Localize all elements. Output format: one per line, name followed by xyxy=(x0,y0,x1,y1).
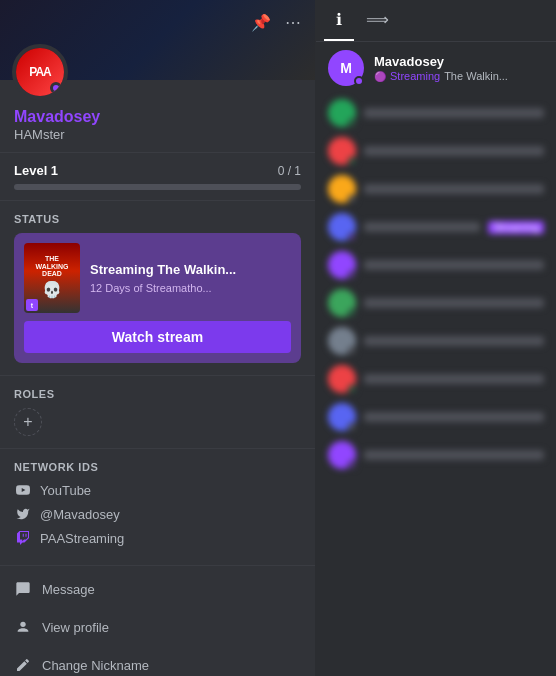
profile-avatar: PAA xyxy=(12,44,68,100)
streaming-title: Streaming The Walkin... xyxy=(90,262,291,279)
avatar xyxy=(328,441,356,469)
status-section-title: Status xyxy=(14,213,301,225)
twitter-value: @Mavadosey xyxy=(40,507,120,522)
level-progress: 0 / 1 xyxy=(278,164,301,178)
featured-status-dot xyxy=(354,76,364,86)
tab-info[interactable]: ℹ xyxy=(324,0,354,41)
svg-point-0 xyxy=(20,622,25,627)
list-item xyxy=(316,360,556,398)
right-panel: ℹ ⟹ M Mavadosey 🟣 Streaming The Walkin..… xyxy=(316,0,556,676)
add-role-button[interactable]: + xyxy=(14,408,42,436)
avatar xyxy=(328,99,356,127)
list-item xyxy=(316,322,556,360)
twitter-icon xyxy=(14,505,32,523)
change-nickname-action[interactable]: Change Nickname xyxy=(0,646,315,676)
featured-avatar: M xyxy=(328,50,364,86)
list-item xyxy=(316,398,556,436)
featured-member: M Mavadosey 🟣 Streaming The Walkin... xyxy=(316,42,556,94)
message-action[interactable]: Message xyxy=(0,570,315,608)
profile-username: Mavadosey xyxy=(14,108,301,126)
pin-icon: 📌 xyxy=(251,13,271,32)
network-item-youtube: YouTube xyxy=(14,481,301,499)
profile-panel: 📌 ⋯ PAA Mavadosey HAMster Level 1 0 / 1 … xyxy=(0,0,315,676)
member-name xyxy=(364,222,480,232)
streaming-card: THEWALKINGDEAD 💀 t Streaming The Walkin.… xyxy=(14,233,301,363)
twitch-icon: t xyxy=(31,302,33,309)
level-label: Level 1 xyxy=(14,163,58,178)
streaming-info: Streaming The Walkin... 12 Days of Strea… xyxy=(90,262,291,294)
featured-status-detail: The Walkin... xyxy=(444,70,508,82)
status-section: Status THEWALKINGDEAD 💀 t Streaming The … xyxy=(0,201,315,376)
member-name xyxy=(364,298,544,308)
game-title-text: THEWALKINGDEAD xyxy=(35,255,68,278)
avatar xyxy=(328,365,356,393)
avatar xyxy=(328,327,356,355)
youtube-value: YouTube xyxy=(40,483,91,498)
view-profile-icon xyxy=(14,618,32,636)
list-icon: ⟹ xyxy=(366,11,389,28)
featured-sub: 🟣 Streaming The Walkin... xyxy=(374,70,544,82)
message-icon xyxy=(14,580,32,598)
avatar xyxy=(328,175,356,203)
streaming-subtitle: 12 Days of Streamatho... xyxy=(90,282,291,294)
profile-info: Mavadosey HAMster xyxy=(0,108,315,153)
list-item xyxy=(316,436,556,474)
list-item xyxy=(316,132,556,170)
network-ids-title: Network IDs xyxy=(14,461,301,473)
twitch-value: PAAStreaming xyxy=(40,531,124,546)
avatar xyxy=(328,251,356,279)
streaming-card-top: THEWALKINGDEAD 💀 t Streaming The Walkin.… xyxy=(24,243,291,313)
member-name xyxy=(364,374,544,384)
view-profile-action[interactable]: View profile xyxy=(0,608,315,646)
list-item xyxy=(316,94,556,132)
avatar xyxy=(328,213,356,241)
network-item-twitch: PAAStreaming xyxy=(14,529,301,547)
featured-name: Mavadosey xyxy=(374,54,544,69)
member-name xyxy=(364,412,544,422)
game-thumbnail: THEWALKINGDEAD 💀 t xyxy=(24,243,80,313)
right-panel-tabs: ℹ ⟹ xyxy=(316,0,556,42)
profile-discriminator: HAMster xyxy=(14,127,301,142)
info-icon: ℹ xyxy=(336,11,342,28)
twitch-network-icon xyxy=(14,529,32,547)
change-nickname-label: Change Nickname xyxy=(42,658,149,673)
network-section: Network IDs YouTube @Mavadosey xyxy=(0,449,315,566)
youtube-icon xyxy=(14,481,32,499)
avatar xyxy=(328,137,356,165)
message-label: Message xyxy=(42,582,95,597)
list-item xyxy=(316,284,556,322)
banner-avatar-area: PAA xyxy=(12,44,68,100)
network-item-twitter: @Mavadosey xyxy=(14,505,301,523)
edit-icon xyxy=(14,656,32,674)
level-bar xyxy=(14,184,301,190)
twitch-watermark: t xyxy=(26,299,38,311)
roles-title: Roles xyxy=(14,388,301,400)
member-name xyxy=(364,184,544,194)
skull-icon: 💀 xyxy=(42,280,62,299)
level-row: Level 1 0 / 1 xyxy=(14,163,301,178)
pin-button[interactable]: 📌 xyxy=(247,8,275,36)
list-item: Streaming xyxy=(316,208,556,246)
more-button[interactable]: ⋯ xyxy=(279,8,307,36)
featured-info: Mavadosey 🟣 Streaming The Walkin... xyxy=(374,54,544,82)
member-name xyxy=(364,450,544,460)
more-icon: ⋯ xyxy=(285,13,301,32)
member-list: Streaming xyxy=(316,94,556,474)
avatar xyxy=(328,403,356,431)
streaming-status-indicator xyxy=(50,82,62,94)
watch-stream-button[interactable]: Watch stream xyxy=(24,321,291,353)
member-name xyxy=(364,260,544,270)
roles-section: Roles + xyxy=(0,376,315,449)
featured-status-label: Streaming xyxy=(390,70,440,82)
avatar xyxy=(328,289,356,317)
plus-icon: + xyxy=(23,413,32,431)
list-item xyxy=(316,246,556,284)
member-name xyxy=(364,146,544,156)
view-profile-label: View profile xyxy=(42,620,109,635)
streaming-badge: Streaming xyxy=(488,221,544,234)
member-name xyxy=(364,336,544,346)
tab-list[interactable]: ⟹ xyxy=(354,0,401,41)
action-section: Message View profile Change Nickname xyxy=(0,566,315,676)
top-icons: 📌 ⋯ xyxy=(247,8,307,36)
level-section: Level 1 0 / 1 xyxy=(0,153,315,201)
